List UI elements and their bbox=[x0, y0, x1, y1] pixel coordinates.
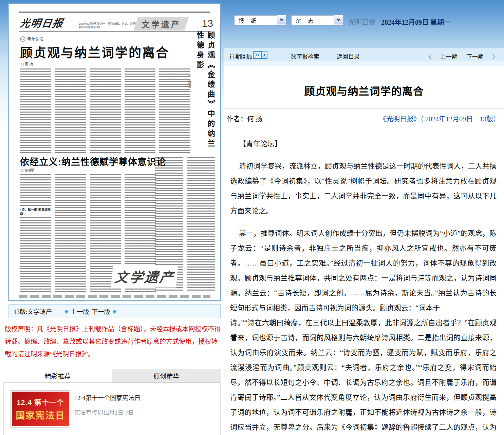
greek-text-column bbox=[159, 68, 190, 153]
masthead-bottom-rule bbox=[19, 31, 210, 32]
reader-panel: 报 纸 杂 志 光明日报 2024年12月09日 星期一 往期回顾 ▼ 数字报检… bbox=[224, 0, 504, 435]
prev-issue-link[interactable]: 上一期 bbox=[440, 52, 458, 60]
paper-page-number: 13 bbox=[202, 18, 213, 29]
paper-side-headline: 顾贞观《金缕曲》中的纳兰性德身影 bbox=[194, 31, 216, 154]
page-pager-bar: 13版:文学遗产 ◆ 上一版 下一版 ◆ bbox=[8, 304, 221, 318]
paper-side-article: 顾贞观《金缕曲》中的纳兰性德身影 □ 王兆勇 bbox=[188, 31, 215, 154]
newspaper-page-image[interactable]: 光明日报 2024年12月9日 星期一 责任编辑：刘剑、张亚雄 美术编辑：朱江 … bbox=[8, 3, 221, 301]
article-meta: 作者：何 扬 《光明日报》（ 2024年12月09日 13版） bbox=[224, 114, 504, 123]
masthead-name: 光明日报 bbox=[348, 19, 375, 26]
article-author: 作者：何 扬 bbox=[227, 114, 262, 123]
paper-side-author: □ 王兆勇 bbox=[188, 75, 192, 154]
greek-text-column bbox=[55, 68, 86, 153]
paper-article2-subhead: “诗、赋一道”的源流推尊 bbox=[20, 207, 53, 217]
promo-image-line2: 国家宪法日 bbox=[16, 408, 65, 421]
title-divider bbox=[224, 108, 504, 108]
nav-history-link[interactable]: 往期回顾 bbox=[229, 52, 253, 60]
current-page-label: 13版:文学遗产 bbox=[14, 307, 52, 316]
article-body: 【青年论坛】清初词学复兴，流派林立，顾贞观与纳兰性德是这一时期的代表性词人，二人… bbox=[230, 136, 497, 435]
next-issue-chevron-icon[interactable]: 〉 bbox=[492, 52, 498, 60]
paper-article1-author: □ 何 扬 bbox=[21, 61, 33, 66]
promo-title-link[interactable]: 12·4第十一个国家宪法日 bbox=[74, 393, 141, 402]
issue-date: 2024年12月09日 星期一 bbox=[381, 19, 451, 26]
issue-pager: 〈 上一期 下一期 〉 bbox=[426, 52, 498, 60]
newspaper-page-facsimile: 光明日报 2024年12月9日 星期一 责任编辑：刘剑、张亚雄 美术编辑：朱江 … bbox=[9, 4, 220, 300]
promo-subtitle: 宪法宣传周12月1日-7日 bbox=[74, 408, 134, 416]
greek-text-column bbox=[55, 174, 86, 292]
next-issue-link[interactable]: 下一期 bbox=[466, 52, 484, 60]
article-title: 顾贞观与纳兰词学的离合 bbox=[224, 83, 504, 98]
article-paragraph: 【青年论坛】 bbox=[230, 136, 497, 151]
prev-issue-chevron-icon[interactable]: 〈 bbox=[426, 52, 431, 60]
article-paragraph: 其一，推尊词体。明末词人创作成绩十分突出，但仍未摆脱词为“小道”的观念，陈子龙云… bbox=[230, 226, 497, 435]
paper-article2-headline: 依经立义:纳兰性德赋学尊体意识论 bbox=[20, 155, 166, 168]
g-logo-icon: G bbox=[20, 36, 25, 42]
copyright-notice: 版权声明：凡《光明日报》上刊载作品（含标题），未经本报或本网授权不得转载、摘编、… bbox=[5, 323, 222, 360]
next-page-icon: ◆ bbox=[113, 308, 117, 314]
paper-footer-line bbox=[19, 295, 210, 298]
chevron-down-icon[interactable] bbox=[334, 15, 343, 24]
calendar-picker[interactable]: ▼ bbox=[253, 51, 267, 59]
paper-select[interactable]: 报 纸 bbox=[234, 15, 286, 25]
masthead-top-rule bbox=[19, 12, 210, 13]
greek-text-column bbox=[125, 68, 156, 153]
greek-text-column bbox=[90, 68, 121, 153]
toolbar-bottom-strip bbox=[224, 61, 504, 66]
greek-text-column bbox=[20, 68, 51, 153]
next-page-link[interactable]: 下一版 bbox=[92, 307, 110, 316]
masthead-date: 光明日报 2024年12月09日 星期一 bbox=[348, 17, 451, 27]
article-paragraph: 清初词学复兴，流派林立，顾贞观与纳兰性德是这一时期的代表性词人，二人共操选政编纂… bbox=[230, 159, 497, 218]
paper-article1-headline: 顾贞观与纳兰词学的离合 bbox=[20, 43, 169, 61]
magazine-select[interactable]: 杂 志 bbox=[291, 15, 343, 25]
constitution-day-image: 12.4 第十一个 国家宪法日 bbox=[12, 392, 69, 426]
recommend-panel: 12.4 第十一个 国家宪法日 12·4第十一个国家宪法日 宪法宣传周12月1日… bbox=[3, 382, 221, 435]
calendar-icon[interactable] bbox=[253, 51, 262, 59]
article-view: 顾贞观与纳兰词学的离合 作者：何 扬 《光明日报》（ 2024年12月09日 1… bbox=[224, 66, 504, 435]
paper-masthead-logo: 光明日报 bbox=[19, 15, 64, 30]
prev-page-link[interactable]: 上一版 bbox=[71, 307, 89, 316]
greek-text-column bbox=[187, 157, 216, 292]
bottom-tabs: 精彩推荐 原创精华 bbox=[3, 369, 221, 382]
reader-toolbar: 往期回顾 ▼ 数字报检索 返回目录 〈 上一期 下一期 〉 bbox=[224, 48, 504, 61]
article-source: 《光明日报》（ 2024年12月09日 13版） bbox=[379, 114, 500, 123]
tab-original[interactable]: 原创精华 bbox=[112, 369, 221, 382]
chevron-down-icon[interactable] bbox=[277, 15, 286, 24]
paper-calligraphy: 文学遗产 bbox=[111, 265, 179, 288]
tab-recommend[interactable]: 精彩推荐 bbox=[3, 369, 112, 382]
nav-toc-link[interactable]: 返回目录 bbox=[337, 52, 360, 60]
greek-text-column bbox=[20, 174, 51, 292]
paper-article1-columns bbox=[20, 68, 190, 153]
nav-search-link[interactable]: 数字报检索 bbox=[291, 52, 319, 60]
paper-section-label: 文学遗产 bbox=[134, 17, 189, 31]
promo-image-line1: 12.4 第十一个 bbox=[17, 397, 64, 407]
prev-page-icon: ◆ bbox=[64, 308, 69, 314]
youth-forum-tag: G 青年论坛 bbox=[20, 36, 43, 42]
paper-article2-author: □ 倪晚明 bbox=[21, 167, 35, 173]
calendar-dropdown-icon[interactable]: ▼ bbox=[262, 51, 267, 59]
promo-thumbnail[interactable]: 12.4 第十一个 国家宪法日 bbox=[11, 390, 70, 428]
